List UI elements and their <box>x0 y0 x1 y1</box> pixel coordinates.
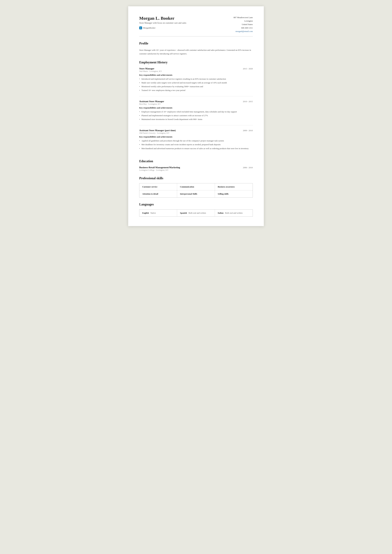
linkedin-row: in MorganBooker <box>139 27 233 29</box>
jobs-container: Store Manager 2015 - 2020 Wal-Marts · Le… <box>139 67 253 154</box>
education-section: Education Business-Retail Management/Mar… <box>139 159 253 171</box>
language-name: Italian <box>218 212 224 214</box>
job-resp-title: Key responsibilities and achievements <box>139 136 253 138</box>
header-section: Morgan L. Booker Store Manager with focu… <box>139 16 253 37</box>
language-cell: Italian Both oral and written <box>215 209 253 216</box>
skill-cell: Business awareness <box>215 183 253 190</box>
language-level: Native <box>150 212 156 214</box>
job-bullet: Merchandised and advertised numerous pro… <box>139 147 253 150</box>
languages-grid: English Native Spanish Both oral and wri… <box>139 209 253 217</box>
education-title: Education <box>139 159 253 164</box>
profile-text: Store Manager with 10+ years of experien… <box>139 48 253 55</box>
job-company: Old Farm's Grocery · Lexington, KY <box>139 132 253 134</box>
linkedin-handle: MorganBooker <box>143 27 155 29</box>
skills-title: Professional skills <box>139 176 253 181</box>
job-header: Assistant Store Manager (part time) 2009… <box>139 129 253 132</box>
job-date: 2010 - 2015 <box>243 100 253 103</box>
job-date: 2009 - 2010 <box>243 129 253 132</box>
job-bullets: Employee management of 10+ employees whi… <box>139 110 253 121</box>
edu-school: Lexington College · Lexington, KY <box>139 169 253 171</box>
phone: 606-469-1311 <box>233 26 253 30</box>
job-bullet: Planned and implemented strategies to at… <box>139 114 253 117</box>
job-item: Assistant Store Manager (part time) 2009… <box>139 129 253 154</box>
skill-cell: Selling skills <box>215 190 253 197</box>
job-title: Assistant Store Manager <box>139 100 164 103</box>
skill-cell: Customer service <box>139 183 177 190</box>
language-level: Both oral and written <box>189 212 206 214</box>
language-cell: Spanish Both oral and written <box>177 209 215 216</box>
employment-section: Employment History Store Manager 2015 - … <box>139 61 253 154</box>
job-header: Assistant Store Manager 2010 - 2015 <box>139 100 253 103</box>
job-item: Assistant Store Manager 2010 - 2015 Best… <box>139 100 253 125</box>
job-bullet: Employee management of 10+ employees whi… <box>139 110 253 113</box>
job-bullet: Introduced and implemented self service … <box>139 77 253 81</box>
linkedin-icon: in <box>139 27 142 29</box>
edu-header: Business-Retail Management/Marketing 200… <box>139 166 253 169</box>
job-bullet: Applied all guidelines and procedures th… <box>139 139 253 143</box>
edu-dates: 2006 - 2010 <box>243 166 253 169</box>
job-title: Store Manager <box>139 67 154 70</box>
job-item: Store Manager 2015 - 2020 Wal-Marts · Le… <box>139 67 253 96</box>
language-name: English <box>142 212 149 214</box>
candidate-subtitle: Store Manager with focus on customer car… <box>139 22 233 24</box>
edu-degree: Business-Retail Management/Marketing <box>139 166 180 169</box>
resume-container: Morgan L. Booker Store Manager with focu… <box>128 6 264 226</box>
skills-section: Professional skills Customer serviceComm… <box>139 176 253 198</box>
language-level: Both oral and written <box>225 212 243 214</box>
header-right: 887 Meadowcrest Lane Lexington United St… <box>233 16 253 33</box>
job-resp-title: Key responsibilities and achievements <box>139 107 253 109</box>
address-line1: 887 Meadowcrest Lane <box>233 16 253 19</box>
address-line3: United States <box>233 23 253 26</box>
job-resp-title: Key responsibilities and achievements <box>139 74 253 76</box>
job-title: Assistant Store Manager (part time) <box>139 129 176 132</box>
employment-title: Employment History <box>139 61 253 65</box>
skills-grid: Customer serviceCommunicationBusiness aw… <box>139 183 253 198</box>
job-date: 2015 - 2020 <box>243 68 253 70</box>
languages-title: Languages <box>139 203 253 207</box>
job-bullet: Monitored weekly sales performance by ev… <box>139 85 253 88</box>
address-line2: Lexington <box>233 19 253 23</box>
languages-section: Languages English Native Spanish Both or… <box>139 203 253 217</box>
job-bullet: Maintained store inventories in Stored G… <box>139 118 253 121</box>
header-left: Morgan L. Booker Store Manager with focu… <box>139 16 233 29</box>
job-bullet: Made sure weekly sales targets were achi… <box>139 81 253 84</box>
language-cell: English Native <box>139 209 177 216</box>
profile-section: Profile Store Manager with 10+ years of … <box>139 42 253 55</box>
profile-title: Profile <box>139 42 253 46</box>
email-link[interactable]: morganl@email.com <box>235 30 253 33</box>
skill-cell: Communication <box>177 183 215 190</box>
candidate-name: Morgan L. Booker <box>139 16 233 21</box>
job-bullets: Introduced and implemented self service … <box>139 77 253 92</box>
job-company: Wal-Marts · Lexington, KY <box>139 70 253 73</box>
skill-cell: Attention to detail <box>139 190 177 197</box>
skill-cell: Interpersonal Skills <box>177 190 215 197</box>
job-header: Store Manager 2015 - 2020 <box>139 67 253 70</box>
job-bullet: Met deadlines for inventory counts and w… <box>139 143 253 146</box>
job-bullet: Trained 10+ new employees during a two y… <box>139 89 253 92</box>
language-name: Spanish <box>180 212 187 214</box>
job-company: Best Buy · Lexington, KY <box>139 103 253 105</box>
job-bullets: Applied all guidelines and procedures th… <box>139 139 253 150</box>
